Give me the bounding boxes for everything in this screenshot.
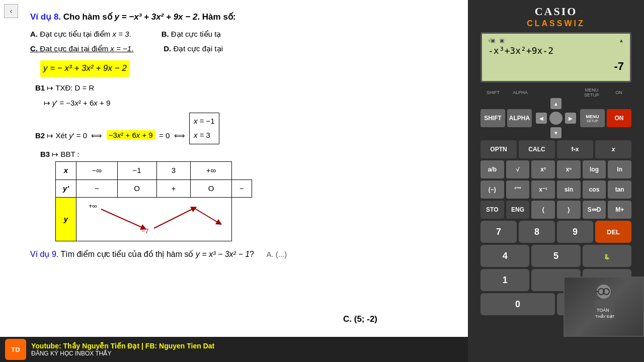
calc-label-row-1: SHIFT ALPHA MENU SETUP ON <box>480 87 631 98</box>
display-expression: -x³+3x²+9x-2 <box>488 45 624 56</box>
pow-label: xⁿ <box>566 166 572 173</box>
optn-button[interactable]: OPTN <box>480 140 517 158</box>
calculator-display: √▣ ▣ ▲ -x³+3x²+9x-2 -7 <box>480 32 631 82</box>
del-button[interactable]: DEL <box>595 221 631 243</box>
svg-text:−7: −7 <box>141 227 149 234</box>
btn-5[interactable]: 5 <box>531 245 580 267</box>
content-area: Ví dụ 8. Cho hàm số y = −x³ + 3x² + 9x −… <box>10 5 458 266</box>
sd-label: S⇔D <box>588 206 601 213</box>
example9-label: Ví dụ 9. <box>30 250 58 258</box>
eng-button[interactable]: ENG <box>506 201 530 219</box>
on-button[interactable]: ON <box>607 109 631 127</box>
log-button[interactable]: log <box>583 160 606 178</box>
back-button[interactable]: ‹ <box>4 4 18 18</box>
option-d: D. Đạt cực đại tại <box>164 42 223 55</box>
display-icon-sqrt: √▣ <box>488 38 496 43</box>
bbt-yprime-label: y' <box>56 179 76 198</box>
sd-button[interactable]: S⇔D <box>583 201 606 219</box>
banner-sub-text: ĐĂNG KÝ HỌC INBOX THẦY <box>31 350 214 357</box>
dms-button[interactable]: °‵″ <box>506 180 530 199</box>
label-on: ON <box>607 90 630 95</box>
step-b1: B1 ↦ TXĐ: D = R <box>35 81 453 96</box>
sqrt-label: √ <box>516 166 520 173</box>
option-a: A. Đạt cực tiểu tại điểm x = 3. <box>30 28 131 41</box>
sin-label: sin <box>565 186 573 193</box>
lparen-button[interactable]: ( <box>531 201 555 219</box>
option-b: B. Đạt cực tiểu tạ <box>162 28 221 41</box>
banner-logo: TD <box>5 339 26 360</box>
calc-row-2: OPTN CALC f▪x x <box>480 140 631 158</box>
main-content: ‹ Ví dụ 8. Cho hàm số y = −x³ + 3x² + 9x… <box>0 0 468 362</box>
tan-button[interactable]: tan <box>608 180 631 199</box>
frac-button[interactable]: a/b <box>480 160 504 178</box>
inv-button[interactable]: x⁻¹ <box>531 180 555 199</box>
rparen-button[interactable]: ) <box>557 201 581 219</box>
svg-line-3 <box>154 208 194 228</box>
ln-label: ln <box>617 166 622 173</box>
menu-button[interactable]: MENU SETUP <box>580 109 605 127</box>
pow-button[interactable]: xⁿ <box>557 160 581 178</box>
nav-center-button[interactable] <box>549 112 562 125</box>
neg-button[interactable]: (−) <box>480 180 504 199</box>
shift-label: SHIFT <box>484 115 502 122</box>
x-label: x <box>612 146 615 153</box>
bbt-x-label: x <box>56 162 76 180</box>
bbt-neg-inf: −∞ <box>76 162 117 180</box>
btn-7[interactable]: 7 <box>480 221 517 243</box>
nav-down-button[interactable]: ▼ <box>550 127 561 138</box>
cos-button[interactable]: cos <box>583 180 606 199</box>
svg-line-4 <box>194 208 219 223</box>
sq-button[interactable]: x² <box>531 160 555 178</box>
bottom-banner: TD Youtube: Thầy Nguyễn Tiến Đạt | FB: N… <box>0 337 468 362</box>
answer-c: C. (5; -2) <box>343 312 377 327</box>
variation-arrows-svg: +∞ −7 <box>84 199 224 234</box>
mplus-label: M+ <box>615 206 624 213</box>
btn-8[interactable]: 8 <box>519 221 555 243</box>
neg-label: (−) <box>489 186 496 193</box>
x-button[interactable]: x <box>595 140 631 158</box>
nav-up-button[interactable]: ▲ <box>550 98 561 109</box>
sq-label: x² <box>540 166 546 173</box>
display-top-icons: √▣ ▣ ▲ <box>488 38 624 43</box>
lparen-label: ( <box>542 206 544 213</box>
options-row-2: C. Đạt cực đại tại điểm x = −1. D. Đạt c… <box>30 42 453 55</box>
alpha-label: ALPHA <box>509 115 530 122</box>
btn-0[interactable]: 0 <box>480 293 555 315</box>
sin-button[interactable]: sin <box>557 180 581 199</box>
banner-main-text: Youtube: Thầy Nguyễn Tiến Đạt | FB: Nguy… <box>31 342 214 350</box>
btn-6[interactable]: 🐍 <box>583 245 631 267</box>
example8-title: Ví dụ 8. Cho hàm số y = −x³ + 3x² + 9x −… <box>30 10 453 25</box>
svg-line-1 <box>101 209 144 228</box>
ln-button[interactable]: ln <box>608 160 631 178</box>
display-icon-arrow: ▲ <box>619 38 624 43</box>
btn-9[interactable]: 9 <box>557 221 593 243</box>
shift-button[interactable]: SHIFT <box>480 109 505 127</box>
btn-1[interactable]: 1 <box>480 269 529 291</box>
svg-text:TOÁN: TOÁN <box>597 308 609 313</box>
mplus-button[interactable]: M+ <box>608 201 631 219</box>
fx-button[interactable]: f▪x <box>557 140 593 158</box>
bbt-y-label: y <box>56 198 76 241</box>
numpad-row-789: 7 8 9 DEL <box>480 221 631 243</box>
example9-question: Tìm điểm cực tiểu của đồ thị hàm số y = … <box>60 250 254 258</box>
alpha-button[interactable]: ALPHA <box>507 109 532 127</box>
display-result: -7 <box>488 60 624 73</box>
bbt-yprime-plus: + <box>156 179 191 198</box>
cos-label: cos <box>589 186 600 193</box>
solution-block: B1 ↦ TXĐ: D = R ↦ y' = −3x² + 6x + 9 B2 … <box>35 81 453 241</box>
option-c: C. Đạt cực đại tại điểm x = −1. <box>30 42 133 55</box>
optn-label: OPTN <box>490 146 507 153</box>
bbt-container: B3 ↦ BBT : x −∞ −1 3 +∞ y' − O + O <box>40 147 453 241</box>
calc-row-1: SHIFT ALPHA ▲ ▼ ◀ ▶ MENU SETUP ON <box>480 98 631 138</box>
on-label: ON <box>615 115 624 122</box>
nav-left-button[interactable]: ◀ <box>536 113 547 124</box>
sqrt-button[interactable]: √ <box>506 160 530 178</box>
btn-4[interactable]: 4 <box>480 245 529 267</box>
calc-button[interactable]: CALC <box>519 140 555 158</box>
calc-row-3: a/b √ x² xⁿ log ln <box>480 160 631 178</box>
inv-label: x⁻¹ <box>539 186 547 193</box>
label-menu: MENU SETUP <box>580 87 603 98</box>
camera-overlay: TOÁN THẦY ĐẠT <box>564 277 644 337</box>
nav-right-button[interactable]: ▶ <box>565 113 576 124</box>
sto-button[interactable]: STO <box>480 201 504 219</box>
